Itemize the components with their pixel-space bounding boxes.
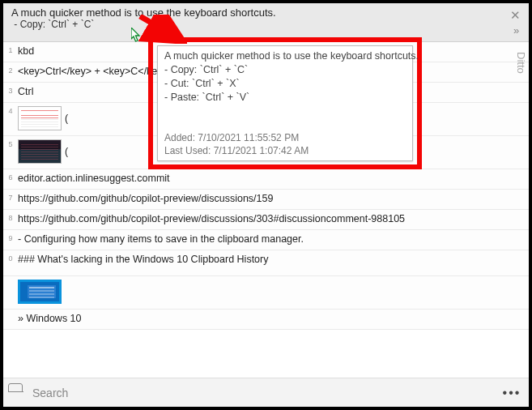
list-item[interactable]: 8 https://github.com/github/copilot-prev… xyxy=(3,210,529,230)
close-button[interactable]: ✕ xyxy=(506,6,524,24)
annotation-highlight: A much quicker method is to use the keyb… xyxy=(148,37,422,169)
item-index: 0 xyxy=(5,252,16,263)
image-thumbnail-icon xyxy=(18,139,62,164)
item-text: ( xyxy=(65,146,68,157)
selected-item-header: A much quicker method is to use the keyb… xyxy=(3,3,529,42)
svg-line-0 xyxy=(140,16,179,39)
item-index: 2 xyxy=(5,64,16,75)
header-line2: - Copy: `Ctrl` + `C` xyxy=(11,19,524,30)
image-thumbnail-icon xyxy=(18,280,62,304)
mouse-cursor-icon xyxy=(131,28,142,43)
tooltip-line: - Copy: `Ctrl` + `C` xyxy=(164,63,406,77)
item-index: 9 xyxy=(5,232,16,242)
annotation-arrow-icon xyxy=(138,15,187,44)
item-index: 7 xyxy=(5,191,16,202)
list-item[interactable]: 6 editor.action.inlinesuggest.commit xyxy=(3,169,529,190)
item-text: https://github.com/github/copilot-previe… xyxy=(16,191,522,204)
more-menu-button[interactable]: ••• xyxy=(500,386,524,400)
item-text: - Configuring how many items to save in … xyxy=(16,232,522,245)
image-thumbnail-icon xyxy=(18,106,62,130)
list-item[interactable]: 7 https://github.com/github/copilot-prev… xyxy=(3,190,529,210)
app-name-label: Ditto xyxy=(515,52,527,74)
item-text: editor.action.inlinesuggest.commit xyxy=(16,171,522,184)
item-preview-tooltip: A much quicker method is to use the keyb… xyxy=(157,45,413,161)
item-text: » Windows 10 xyxy=(16,311,522,324)
tooltip-line: A much quicker method is to use the keyb… xyxy=(164,49,406,63)
tooltip-line: - Paste: `Ctrl` + `V` xyxy=(164,91,406,105)
list-item[interactable] xyxy=(3,276,529,310)
item-index: 6 xyxy=(5,171,16,182)
clipboard-icon[interactable] xyxy=(8,383,23,403)
search-input[interactable] xyxy=(32,387,500,399)
item-text: ( xyxy=(65,113,68,124)
item-text: https://github.com/github/copilot-previe… xyxy=(16,211,522,224)
item-index xyxy=(5,278,16,280)
list-item[interactable]: » Windows 10 xyxy=(3,310,529,330)
list-item[interactable]: 9 - Configuring how many items to save i… xyxy=(3,230,529,250)
expand-chevron-icon[interactable]: » xyxy=(506,23,524,37)
item-index: 5 xyxy=(5,138,16,148)
item-index: 3 xyxy=(5,84,16,95)
tooltip-line: - Cut: `Ctrl` + `X` xyxy=(164,77,406,91)
item-index: 4 xyxy=(5,105,16,115)
tooltip-added-date: Added: 7/10/2021 11:55:52 PM xyxy=(164,131,406,144)
item-text: ### What's lacking in the Windows 10 Cli… xyxy=(16,252,522,265)
header-line1: A much quicker method is to use the keyb… xyxy=(11,6,524,19)
tooltip-last-used-date: Last Used: 7/11/2021 1:07:42 AM xyxy=(164,144,406,157)
item-content xyxy=(16,278,522,304)
list-item[interactable]: 0 ### What's lacking in the Windows 10 C… xyxy=(3,250,529,276)
item-index: 1 xyxy=(5,44,16,54)
item-index: 8 xyxy=(5,211,16,222)
search-bar: ••• xyxy=(3,378,529,407)
item-index xyxy=(5,311,16,314)
